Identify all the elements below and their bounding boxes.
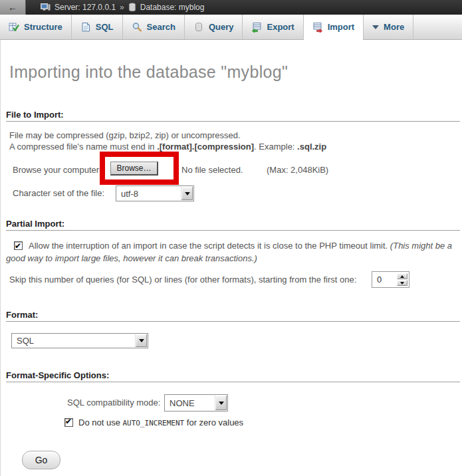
- sql-icon: [80, 22, 91, 33]
- allow-interruption-label: Allow the interruption of an import in c…: [29, 241, 388, 251]
- tab-more[interactable]: More: [364, 15, 413, 39]
- allow-interruption-checkbox[interactable]: [14, 241, 23, 250]
- breadcrumb-separator: »: [120, 3, 124, 12]
- format-section: Format: SQL: [1, 289, 462, 348]
- section-divider: [6, 382, 460, 382]
- server-icon: [41, 3, 51, 12]
- partial-import-section: Partial Import: Allow the interruption o…: [1, 201, 462, 289]
- database-icon: [128, 3, 136, 12]
- query-icon: [193, 22, 204, 33]
- back-button[interactable]: ←: [0, 0, 26, 15]
- breadcrumb-server-link[interactable]: Server: 127.0.0.1: [55, 3, 116, 12]
- format-select[interactable]: SQL: [11, 333, 148, 348]
- export-icon: [251, 22, 262, 33]
- skip-queries-label: Skip this number of queries (for SQL) or…: [9, 275, 356, 285]
- spinner-buttons: [397, 273, 407, 286]
- import-icon: [312, 22, 323, 33]
- tab-label: Query: [209, 22, 234, 32]
- auto-increment-label-suffix: for zero values: [184, 417, 243, 427]
- file-name-rule-pattern: .[format].[compression]: [157, 142, 254, 152]
- allow-interruption-row: Allow the interruption of an import in c…: [6, 239, 458, 265]
- tab-bar: Structure SQL Search Query Export Import…: [0, 15, 462, 40]
- auto-increment-label-prefix: Do not use: [78, 417, 123, 427]
- charset-row: Character set of the file: utf-8: [1, 185, 462, 201]
- format-options-section: Format-Specific Options: SQL compatibili…: [1, 348, 462, 427]
- tab-label: Export: [267, 22, 294, 32]
- breadcrumb-bar: ← Server: 127.0.0.1 » Database: myblog: [0, 0, 462, 15]
- tab-label: SQL: [96, 22, 114, 32]
- main-content: Importing into the database "myblog" Fil…: [0, 40, 462, 476]
- max-upload-size-text: (Max: 2,048KiB): [267, 165, 328, 175]
- spinner-down-button[interactable]: [397, 280, 407, 286]
- auto-increment-code: AUTO_INCREMENT: [123, 419, 185, 427]
- dropdown-arrow-icon[interactable]: [181, 187, 193, 200]
- tab-import[interactable]: Import: [304, 15, 364, 39]
- search-icon: [132, 22, 142, 33]
- dropdown-arrow-icon[interactable]: [135, 334, 147, 347]
- tab-label: Search: [147, 22, 175, 32]
- sql-compatibility-select[interactable]: NONE: [164, 394, 228, 412]
- browse-row: Browse your computer: Browse… No file se…: [1, 160, 462, 180]
- tab-query[interactable]: Query: [185, 15, 243, 39]
- arrow-down-icon: [400, 282, 404, 285]
- tab-sql[interactable]: SQL: [72, 15, 123, 39]
- charset-label: Character set of the file:: [13, 188, 104, 198]
- file-name-rule-line: A compressed file's name must end in .[f…: [9, 141, 455, 152]
- section-divider: [6, 321, 460, 322]
- skip-queries-input[interactable]: 0: [372, 271, 409, 288]
- tab-label: Structure: [24, 22, 62, 32]
- browse-button[interactable]: Browse…: [110, 162, 158, 176]
- spinner-up-button[interactable]: [397, 273, 407, 279]
- no-file-selected-text: No file selected.: [181, 165, 243, 175]
- section-divider: [6, 230, 460, 231]
- compression-info-line: File may be compressed (gzip, bzip2, zip…: [9, 130, 455, 141]
- charset-select[interactable]: utf-8: [116, 185, 194, 201]
- chevron-down-icon: [372, 25, 379, 29]
- arrow-up-icon: [400, 275, 404, 278]
- file-to-import-heading: File to Import:: [6, 82, 462, 120]
- sql-compatibility-row: SQL compatibility mode: NONE: [1, 394, 462, 411]
- file-name-rule-prefix: A compressed file's name must end in: [9, 142, 157, 152]
- skip-queries-value: 0: [377, 275, 382, 285]
- structure-icon: [9, 22, 19, 33]
- sql-compatibility-value: NONE: [170, 398, 195, 408]
- tab-label: More: [384, 22, 404, 32]
- tab-structure[interactable]: Structure: [0, 15, 72, 39]
- browse-computer-label: Browse your computer:: [13, 165, 102, 175]
- auto-increment-row: Do not use AUTO_INCREMENT for zero value…: [64, 417, 462, 427]
- tab-label: Import: [328, 22, 354, 32]
- file-to-import-section: File to Import: File may be compressed (…: [1, 82, 462, 201]
- format-select-value: SQL: [17, 336, 34, 346]
- breadcrumb: Server: 127.0.0.1 » Database: myblog: [41, 3, 204, 12]
- sql-compatibility-label: SQL compatibility mode:: [67, 398, 160, 408]
- dropdown-arrow-icon[interactable]: [215, 396, 227, 410]
- auto-increment-checkbox[interactable]: [64, 418, 73, 427]
- format-options-heading: Format-Specific Options:: [6, 348, 462, 380]
- format-row: SQL: [1, 333, 462, 348]
- go-button[interactable]: Go: [22, 451, 60, 469]
- charset-select-value: utf-8: [121, 189, 138, 199]
- partial-import-heading: Partial Import:: [6, 201, 462, 229]
- section-divider: [6, 121, 460, 122]
- skip-queries-row: Skip this number of queries (for SQL) or…: [1, 271, 462, 289]
- tab-export[interactable]: Export: [243, 15, 303, 39]
- file-name-rule-example: .sql.zip: [297, 142, 326, 152]
- file-name-rule-mid: . Example:: [254, 142, 297, 152]
- format-heading: Format:: [6, 289, 462, 320]
- tab-search[interactable]: Search: [123, 15, 185, 39]
- page-title: Importing into the database "myblog": [1, 40, 462, 82]
- breadcrumb-database-link[interactable]: Database: myblog: [140, 3, 205, 12]
